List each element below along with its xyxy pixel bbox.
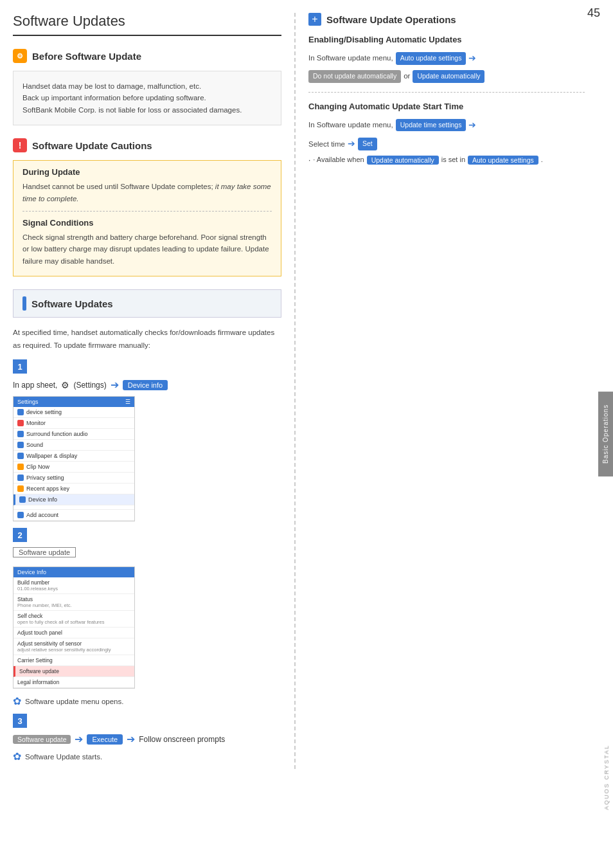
do-not-update-tag[interactable]: Do not update automatically bbox=[308, 70, 401, 83]
software-update-tag: Software update bbox=[13, 547, 76, 557]
changing-select-label: Select time bbox=[308, 138, 345, 151]
step-1-text: In app sheet, bbox=[13, 381, 57, 390]
enabling-instruction: In Software update menu, Auto update set… bbox=[308, 51, 585, 66]
step-3-note: ✿ Software Update starts. bbox=[13, 750, 281, 763]
step-3-execute-tag: Execute bbox=[87, 734, 123, 745]
before-update-icon: ⚙ bbox=[13, 49, 27, 63]
auto-update-settings-tag[interactable]: Auto update settings bbox=[396, 52, 466, 65]
row-icon bbox=[17, 409, 24, 415]
device-info-row-selfcheck: Self check open to fully check all of so… bbox=[13, 611, 134, 628]
cautions-icon: ! bbox=[13, 138, 27, 152]
enabling-or: or bbox=[404, 70, 410, 83]
step-1-settings-label: (Settings) bbox=[73, 381, 106, 390]
note-bullet: · bbox=[308, 156, 310, 165]
row-icon bbox=[17, 420, 24, 426]
settings-icon-small: ⚙ bbox=[61, 380, 69, 390]
settings-row-wallpaper: Wallpaper & display bbox=[13, 451, 134, 462]
right-section-header: + Software Update Operations bbox=[308, 13, 585, 26]
step-1-instruction: In app sheet, ⚙ (Settings) ➔ Device info bbox=[13, 379, 281, 391]
settings-screenshot: Settings ☰ device setting Monitor Surrou… bbox=[13, 396, 135, 521]
step-3-follow-text: Follow onscreen prompts bbox=[139, 735, 225, 744]
settings-row-sound: Sound bbox=[13, 440, 134, 451]
software-updates-section-header: Software Updates bbox=[13, 289, 281, 318]
enabling-prefix: In Software update menu, bbox=[308, 52, 393, 65]
settings-row-recent: Recent apps key bbox=[13, 484, 134, 494]
set-tag[interactable]: Set bbox=[358, 138, 377, 150]
settings-row-clipnow: Clip Now bbox=[13, 462, 134, 473]
cautions-box: During Update Handset cannot be used unt… bbox=[13, 160, 281, 276]
row-icon bbox=[17, 442, 24, 448]
step-3-note-text: Software Update starts. bbox=[25, 753, 102, 761]
left-column: Software Updates ⚙ Before Software Updat… bbox=[13, 13, 296, 769]
changing-instruction: In Software update menu, Update time set… bbox=[308, 118, 585, 133]
signal-conditions-text: Check signal strength and battery charge… bbox=[22, 231, 272, 267]
settings-screenshot-title: Settings bbox=[17, 399, 39, 405]
device-info-row-build: Build number 01.00.release.keys bbox=[13, 577, 134, 594]
device-info-row-sw-update[interactable]: Software update bbox=[13, 666, 134, 677]
step-3-sw-update-tag: Software update bbox=[13, 735, 71, 744]
device-info-row-legal: Legal information bbox=[13, 677, 134, 688]
row-icon bbox=[19, 496, 26, 503]
changing-note: · · Available when Update automatically … bbox=[308, 156, 585, 165]
right-column: + Software Update Operations Enabling/Di… bbox=[296, 13, 585, 769]
enabling-options-line: Do not update automatically or Update au… bbox=[308, 70, 585, 83]
step-1-box: 1 bbox=[13, 359, 27, 374]
blue-bar-icon bbox=[22, 296, 26, 311]
step-2-box: 2 bbox=[13, 528, 27, 542]
settings-row-divider bbox=[13, 505, 134, 510]
settings-row-surround: Surround function audio bbox=[13, 429, 134, 440]
update-auto-tag[interactable]: Update automatically bbox=[413, 70, 484, 83]
device-info-row-sensor: Adjust sensitivity of sensor adjust rela… bbox=[13, 638, 134, 655]
device-info-row-status: Status Phone number, IMEI, etc. bbox=[13, 594, 134, 611]
note-end-text: . bbox=[541, 156, 543, 163]
enabling-heading: Enabling/Disabling Automatic Updates bbox=[308, 35, 585, 44]
row-icon bbox=[17, 475, 24, 481]
row-icon bbox=[17, 512, 24, 518]
note-available-prefix: · Available when bbox=[313, 156, 364, 163]
settings-row-privacy: Privacy setting bbox=[13, 473, 134, 484]
during-update-title: During Update bbox=[22, 167, 272, 177]
update-auto-note-tag[interactable]: Update automatically bbox=[367, 156, 439, 165]
step-3-box: 3 bbox=[13, 714, 27, 728]
changing-arrow: ➔ bbox=[468, 118, 476, 133]
settings-row-device: device setting bbox=[13, 407, 134, 418]
changing-select-line: Select time ➔ Set bbox=[308, 136, 585, 152]
during-update-text: Handset cannot be used until Software Up… bbox=[22, 181, 272, 204]
device-info-row-touch: Adjust touch panel bbox=[13, 628, 134, 638]
step-2-note: ✿ Software update menu opens. bbox=[13, 695, 281, 707]
settings-screenshot-menu-icon: ☰ bbox=[125, 399, 130, 405]
settings-row-add-account: Add account bbox=[13, 510, 134, 521]
gear-icon: ⚙ bbox=[17, 52, 23, 60]
software-updates-body: At specified time, handset automatically… bbox=[13, 327, 281, 352]
changing-heading: Changing Automatic Update Start Time bbox=[308, 102, 585, 111]
note-icon-step3: ✿ bbox=[13, 750, 21, 763]
step-3-arrow2: ➔ bbox=[127, 733, 135, 745]
before-update-title: Before Software Update bbox=[32, 51, 141, 62]
device-info-screenshot-header: Device Info bbox=[13, 567, 134, 577]
auto-update-note-tag[interactable]: Auto update settings bbox=[468, 156, 538, 165]
sidebar-tab: Basic Operations bbox=[598, 392, 613, 476]
right-section-title: Software Update Operations bbox=[326, 14, 456, 25]
step-1-arrow: ➔ bbox=[111, 379, 119, 391]
right-divider-1 bbox=[308, 92, 585, 93]
note-mid-text: is set in bbox=[441, 156, 465, 163]
row-icon bbox=[17, 431, 24, 437]
page-number: 45 bbox=[587, 6, 600, 20]
settings-row-device-info[interactable]: Device Info bbox=[13, 494, 134, 505]
aquos-crystal-label: AQUOS CRYSTAL bbox=[600, 738, 613, 817]
note-icon-step2: ✿ bbox=[13, 695, 21, 707]
plus-icon: + bbox=[308, 13, 321, 26]
page-title: Software Updates bbox=[13, 13, 281, 36]
warning-icon: ! bbox=[19, 140, 22, 150]
device-info-screenshot: Device Info Build number 01.00.release.k… bbox=[13, 566, 135, 689]
row-icon bbox=[17, 485, 24, 492]
update-time-settings-tag[interactable]: Update time settings bbox=[396, 119, 466, 132]
cautions-section-header: ! Software Update Cautions bbox=[13, 138, 281, 152]
before-update-body: Handset data may be lost to damage, malf… bbox=[13, 71, 281, 125]
row-icon bbox=[17, 453, 24, 459]
settings-row-monitor: Monitor bbox=[13, 418, 134, 429]
step-2-note-text: Software update menu opens. bbox=[25, 698, 123, 705]
changing-prefix: In Software update menu, bbox=[308, 119, 393, 132]
before-update-section-header: ⚙ Before Software Update bbox=[13, 49, 281, 63]
step-3-arrow1: ➔ bbox=[75, 733, 83, 745]
